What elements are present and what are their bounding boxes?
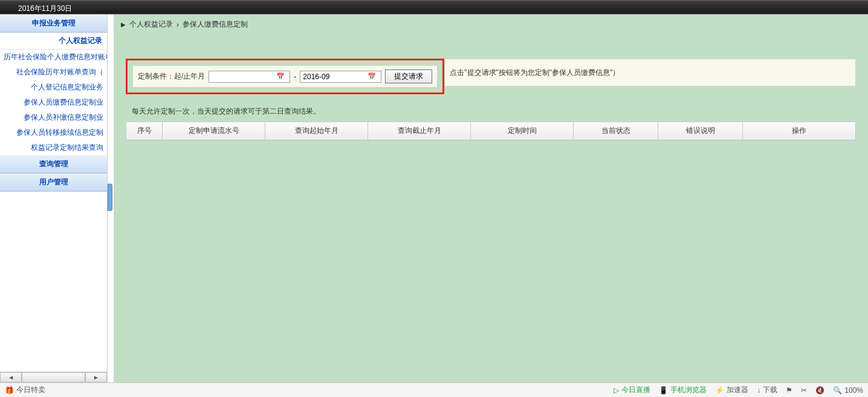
- top-date: 2016年11月30日: [18, 4, 72, 13]
- table-header-row: 序号 定制申请流水号 查询起始年月 查询截止年月 定制时间 当前状态 错误说明 …: [126, 122, 856, 140]
- th-end: 查询截止年月: [368, 122, 471, 140]
- results-table: 序号 定制申请流水号 查询起始年月 查询截止年月 定制时间 当前状态 错误说明 …: [126, 121, 856, 140]
- calendar-icon[interactable]: 📅: [276, 72, 285, 82]
- sidebar-section-user[interactable]: 用户管理: [0, 173, 107, 192]
- zoom-label: 100%: [844, 386, 863, 395]
- gift-icon: 🎁: [5, 386, 14, 395]
- form-hint: 点击"提交请求"按钮将为您定制"参保人员缴费信息"）: [450, 68, 620, 78]
- table-wrap: 序号 定制申请流水号 查询起始年月 查询截止年月 定制时间 当前状态 错误说明 …: [114, 121, 868, 140]
- form-label: 定制条件：起/止年月: [138, 71, 205, 82]
- accelerator-button[interactable]: ⚡ 加速器: [715, 385, 748, 395]
- th-time: 定制时间: [471, 122, 574, 140]
- sidebar-subsection-rights[interactable]: 个人权益记录: [0, 33, 107, 50]
- zoom-icon: 🔍: [833, 386, 842, 395]
- note-text: 每天允许定制一次，当天提交的请求可于第二日查询结果。: [114, 94, 868, 121]
- flag-button[interactable]: ⚑: [786, 386, 792, 395]
- sidebar: 申报业务管理 个人权益记录 历年社会保险个人缴费信息对账单 社会保险历年对账单查…: [0, 15, 108, 382]
- download-icon: ↓: [757, 386, 760, 395]
- content-area: ▶ 个人权益记录 › 参保人缴费信息定制 定制条件：起/止年月 📅 -: [114, 15, 868, 382]
- breadcrumb-item-1: 个人权益记录: [129, 19, 173, 30]
- form-hint-row: 点击"提交请求"按钮将为您定制"参保人员缴费信息"）: [444, 59, 856, 86]
- lightning-icon: ⚡: [715, 386, 724, 395]
- submit-button[interactable]: 提交请求: [385, 69, 432, 83]
- today-sale[interactable]: 今日特卖: [16, 385, 45, 395]
- breadcrumb-item-2: 参保人缴费信息定制: [183, 19, 248, 30]
- accel-label: 加速器: [727, 385, 748, 395]
- phone-icon: 📱: [659, 386, 668, 395]
- sidebar-item-1[interactable]: 社会保险历年对账单查询（: [0, 65, 107, 80]
- main-layout: 申报业务管理 个人权益记录 历年社会保险个人缴费信息对账单 社会保险历年对账单查…: [0, 15, 868, 382]
- form-row: 定制条件：起/止年月 📅 - 📅 提交请求: [132, 65, 438, 88]
- sidebar-section-query[interactable]: 查询管理: [0, 155, 107, 173]
- sidebar-item-5[interactable]: 参保人员转移接续信息定制: [0, 125, 107, 140]
- bottom-status-bar: 🎁 今日特卖 ▷ 今日直播 📱 手机浏览器 ⚡ 加速器 ↓ 下载 ⚑ ✂ 🔇 🔍…: [0, 382, 868, 397]
- mobile-browser-button[interactable]: 📱 手机浏览器: [659, 385, 707, 395]
- start-date-input[interactable]: [209, 71, 276, 82]
- calendar-icon[interactable]: 📅: [367, 72, 377, 82]
- download-button[interactable]: ↓ 下载: [757, 385, 777, 395]
- sidebar-inner: 申报业务管理 个人权益记录 历年社会保险个人缴费信息对账单 社会保险历年对账单查…: [0, 15, 107, 372]
- sidebar-item-3[interactable]: 参保人员缴费信息定制业: [0, 95, 107, 110]
- sidebar-item-6[interactable]: 权益记录定制结果查询: [0, 140, 107, 155]
- download-label: 下载: [763, 385, 777, 395]
- zoom-control[interactable]: 🔍 100%: [833, 386, 863, 395]
- scroll-left-button[interactable]: ◄: [0, 372, 22, 382]
- sidebar-scrollbar: ◄ ►: [0, 372, 107, 382]
- end-date-wrap: 📅: [300, 71, 381, 83]
- form-highlight-box: 定制条件：起/止年月 📅 - 📅 提交请求: [126, 59, 444, 94]
- live-button[interactable]: ▷ 今日直播: [614, 385, 650, 395]
- sidebar-item-4[interactable]: 参保人员补缴信息定制业: [0, 110, 107, 125]
- sidebar-item-0[interactable]: 历年社会保险个人缴费信息对账单: [0, 50, 107, 65]
- breadcrumb-sep: ›: [177, 21, 179, 29]
- scroll-track[interactable]: [22, 372, 85, 382]
- th-serial: 定制申请流水号: [163, 122, 265, 140]
- breadcrumb-arrow-icon: ▶: [121, 21, 126, 28]
- splitter-handle[interactable]: [108, 184, 112, 211]
- date-dash: -: [294, 73, 296, 81]
- th-error: 错误说明: [658, 122, 743, 140]
- capture-button[interactable]: ✂: [801, 386, 807, 395]
- form-panel: 定制条件：起/止年月 📅 - 📅 提交请求 点击": [114, 34, 868, 94]
- start-date-wrap: 📅: [209, 71, 290, 83]
- top-bar: 2016年11月30日: [0, 0, 868, 15]
- th-seq: 序号: [126, 122, 163, 140]
- mobile-label: 手机浏览器: [670, 385, 707, 395]
- th-status: 当前状态: [574, 122, 658, 140]
- splitter: [108, 15, 114, 382]
- play-icon: ▷: [614, 386, 619, 395]
- th-start: 查询起始年月: [265, 122, 368, 140]
- bottom-left: 🎁 今日特卖: [5, 385, 45, 395]
- breadcrumb: ▶ 个人权益记录 › 参保人缴费信息定制: [114, 15, 868, 34]
- bottom-right: ▷ 今日直播 📱 手机浏览器 ⚡ 加速器 ↓ 下载 ⚑ ✂ 🔇 🔍 100%: [614, 385, 863, 395]
- scroll-right-button[interactable]: ►: [85, 372, 107, 382]
- live-label: 今日直播: [621, 385, 650, 395]
- sidebar-item-2[interactable]: 个人登记信息定制业务: [0, 80, 107, 95]
- sidebar-section-declare[interactable]: 申报业务管理: [0, 15, 107, 33]
- th-action: 操作: [743, 122, 856, 140]
- end-date-input[interactable]: [300, 71, 367, 82]
- mute-button[interactable]: 🔇: [815, 386, 824, 395]
